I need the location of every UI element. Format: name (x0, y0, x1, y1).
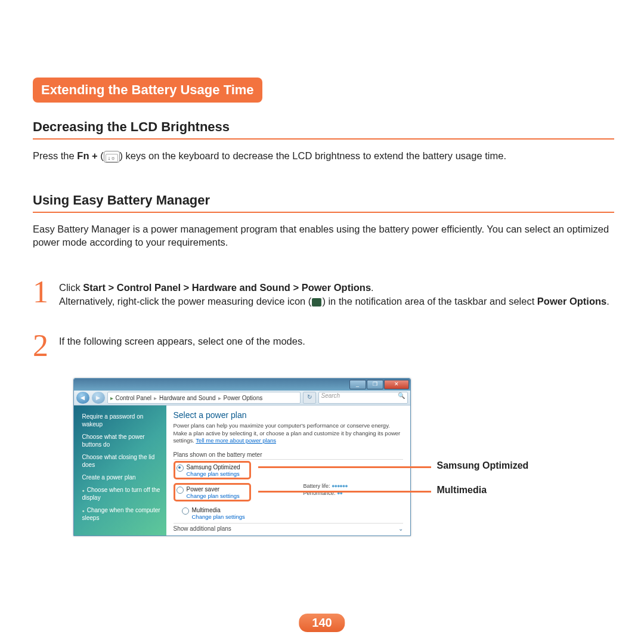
chevron-right-icon: ▸ (154, 395, 157, 401)
nav-path: Start > Control Panel > Hardware and Sou… (83, 282, 371, 293)
screenshot-area: _ ❐ ✕ ◄ ► ▸ Control Panel ▸ Hardware and… (73, 378, 622, 536)
minimize-button[interactable]: _ (349, 380, 366, 389)
step-2: 2 If the following screen appears, selec… (33, 332, 614, 360)
folder-icon: ▸ (110, 395, 113, 401)
power-options-bold: Power Options (537, 296, 606, 306)
step-1-body: Click Start > Control Panel > Hardware a… (59, 278, 609, 308)
tell-me-more-link[interactable]: Tell me more about power plans (196, 437, 276, 444)
show-additional-label: Show additional plans (174, 525, 231, 532)
change-plan-link[interactable]: Change plan settings (187, 470, 240, 477)
plan-samsung-highlight: Samsung Optimized Change plan settings (174, 461, 251, 479)
plans-shown-label: Plans shown on the battery meter (174, 451, 403, 460)
back-button[interactable]: ◄ (76, 392, 89, 404)
step-number-2: 2 (33, 332, 53, 360)
chevron-right-icon: ▸ (218, 395, 221, 401)
page-title-badge: Extending the Battery Usage Time (33, 78, 262, 103)
radio-multimedia[interactable] (182, 507, 189, 515)
close-button[interactable]: ✕ (384, 380, 409, 389)
callout-line-1 (258, 466, 431, 468)
battery-life-label: Battery life: (304, 483, 330, 489)
sidebar-item-password[interactable]: Require a password on wakeup (82, 413, 162, 428)
step-2-body: If the following screen appears, select … (59, 332, 305, 348)
section-heading-2: Using Easy Battery Manager (33, 193, 614, 213)
sidebar-item-sleep[interactable]: Change when the computer sleeps (82, 506, 162, 522)
main-panel: Select a power plan Power plans can help… (166, 405, 410, 535)
callout-label-2: Multimedia (437, 485, 487, 496)
key-icon: ↓☼ (104, 151, 120, 163)
maximize-button[interactable]: ❐ (367, 380, 383, 389)
toolbar: ◄ ► ▸ Control Panel ▸ Hardware and Sound… (74, 391, 410, 405)
tasks-sidebar: Require a password on wakeup Choose what… (74, 405, 166, 535)
plan-powersaver-highlight: Power saver Change plan settings (174, 483, 251, 501)
show-additional-plans[interactable]: Show additional plans ⌄ (174, 523, 403, 532)
panel-heading: Select a power plan (174, 410, 403, 420)
section-2-body: Easy Battery Manager is a power manageme… (33, 222, 614, 249)
step-number-1: 1 (33, 278, 53, 306)
plan-multimedia-label: Multimedia (192, 507, 221, 513)
window-titlebar: _ ❐ ✕ (74, 379, 410, 391)
plan-powersaver-label: Power saver (187, 486, 220, 493)
search-input[interactable]: Search (318, 392, 408, 404)
plan-multimedia-row: Multimedia Change plan settings (181, 505, 403, 522)
radio-samsung[interactable] (177, 465, 184, 472)
text: Alternatively, right-click the power mea… (59, 296, 311, 306)
text: . (606, 296, 609, 306)
key-symbol: ↓☼ (106, 154, 118, 162)
page-number: 140 (299, 614, 345, 632)
text: . (371, 282, 374, 293)
window-controls: _ ❐ ✕ (349, 380, 409, 389)
fn-key-text: Fn + (77, 150, 100, 161)
change-plan-link[interactable]: Change plan settings (187, 493, 240, 499)
plan-samsung-label: Samsung Optimized (187, 464, 240, 470)
step-1: 1 Click Start > Control Panel > Hardware… (33, 278, 614, 308)
change-plan-link[interactable]: Change plan settings (192, 513, 245, 520)
text: keys on the keyboard to decrease the LCD… (123, 150, 506, 161)
sidebar-item-create-plan[interactable]: Create a power plan (82, 473, 162, 481)
sidebar-item-lid[interactable]: Choose what closing the lid does (82, 453, 162, 469)
text: Click (59, 282, 83, 293)
section-heading-1: Decreasing the LCD Brightness (33, 119, 614, 140)
power-options-window: _ ❐ ✕ ◄ ► ▸ Control Panel ▸ Hardware and… (73, 378, 411, 536)
tray-battery-icon (312, 298, 321, 306)
battery-meter-icon: ●●●●●● (332, 483, 348, 489)
panel-subtext: Power plans can help you maximize your c… (174, 422, 403, 444)
callout-line-2 (258, 491, 431, 493)
section-1-body: Press the Fn + (↓☼) keys on the keyboard… (33, 149, 614, 163)
radio-powersaver[interactable] (177, 487, 184, 494)
sidebar-item-power-buttons[interactable]: Choose what the power buttons do (82, 433, 162, 448)
text: ) in the notification area of the taskba… (322, 296, 537, 306)
document-page: Extending the Battery Usage Time Decreas… (0, 0, 644, 572)
sidebar-item-display-off[interactable]: Choose when to turn off the display (82, 486, 162, 501)
window-body: Require a password on wakeup Choose what… (74, 405, 410, 535)
address-breadcrumb[interactable]: ▸ Control Panel ▸ Hardware and Sound ▸ P… (107, 392, 301, 404)
refresh-button[interactable]: ↻ (303, 392, 316, 404)
chevron-down-icon: ⌄ (398, 525, 403, 532)
callout-label-1: Samsung Optimized (437, 460, 529, 471)
crumb[interactable]: Control Panel (116, 395, 152, 401)
crumb[interactable]: Hardware and Sound (159, 395, 216, 401)
forward-button[interactable]: ► (92, 392, 105, 404)
text: Press the (33, 150, 77, 161)
crumb[interactable]: Power Options (224, 395, 263, 401)
meter-labels: Battery life: ●●●●●● Performance: ●● (304, 483, 348, 497)
